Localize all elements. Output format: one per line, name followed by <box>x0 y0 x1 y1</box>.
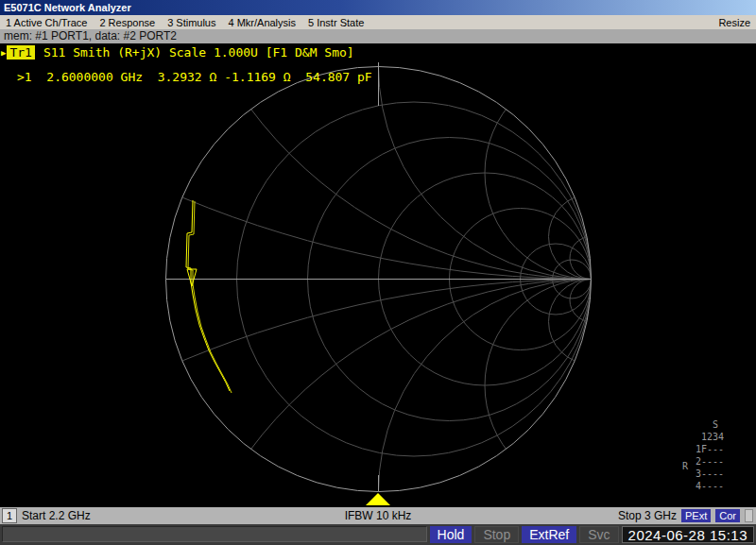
active-trace-pointer-icon: ▶ <box>1 46 6 60</box>
channel-status-bar: 1 Start 2.2 GHz IFBW 10 kHz Stop 3 GHz P… <box>0 507 756 524</box>
marker-readout: >1 2.6000000 GHz 3.2932 Ω -1.1169 Ω 54.8… <box>17 70 372 84</box>
analyzer-screen: E5071C Network Analyzer 1 Active Ch/Trac… <box>0 0 756 545</box>
receiver-label: R <box>682 461 688 471</box>
stop-status-badge: Stop <box>474 526 519 543</box>
menu-item-resize[interactable]: Resize <box>718 17 750 28</box>
menu-item-stimulus[interactable]: 3 Stimulus <box>167 17 215 28</box>
svc-status-badge: Svc <box>579 526 618 543</box>
port-status-matrix: S 1234 1F--- 2---- 3---- 4---- <box>696 418 724 492</box>
trace-0 <box>186 200 230 391</box>
plot-area: ▶ Tr1 S11 Smith (R+jX) Scale 1.000U [F1 … <box>0 43 756 507</box>
memory-trace-bar: mem: #1 PORT1, data: #2 PORT2 <box>0 29 756 43</box>
trace-descriptor[interactable]: S11 Smith (R+jX) Scale 1.000U [F1 D&M Sm… <box>43 45 354 60</box>
corner-grip[interactable] <box>745 509 753 522</box>
smith-chart-svg <box>0 43 756 507</box>
window-title: E5071C Network Analyzer <box>4 2 131 13</box>
trace-status-line: ▶ Tr1 S11 Smith (R+jX) Scale 1.000U [F1 … <box>1 45 354 60</box>
pext-badge: PExt <box>681 509 711 522</box>
hold-status-badge: Hold <box>430 526 472 543</box>
marker-1-triangle[interactable] <box>187 269 197 286</box>
marker-stimulus-indicator[interactable] <box>366 493 390 505</box>
trace-1 <box>188 201 232 393</box>
menu-item-active-ch-trace[interactable]: 1 Active Ch/Trace <box>6 17 87 28</box>
menu-item-response[interactable]: 2 Response <box>99 17 155 28</box>
stop-frequency-label: Stop 3 GHz <box>618 509 677 522</box>
extref-status-badge: ExtRef <box>522 526 576 543</box>
memory-trace-text: mem: #1 PORT1, data: #2 PORT2 <box>4 29 177 43</box>
message-panel <box>2 526 427 542</box>
trace-label[interactable]: Tr1 <box>7 45 34 60</box>
instrument-status-bar: Hold Stop ExtRef Svc 2024-06-28 15:13 <box>0 524 756 545</box>
smith-grid <box>0 43 756 507</box>
datetime-display: 2024-06-28 15:13 <box>622 526 754 543</box>
window-title-bar[interactable]: E5071C Network Analyzer <box>0 0 756 15</box>
cor-badge: Cor <box>715 509 740 522</box>
menu-item-mkr-analysis[interactable]: 4 Mkr/Analysis <box>228 17 296 28</box>
menu-item-instr-state[interactable]: 5 Instr State <box>308 17 364 28</box>
menu-bar: 1 Active Ch/Trace 2 Response 3 Stimulus … <box>0 15 756 29</box>
